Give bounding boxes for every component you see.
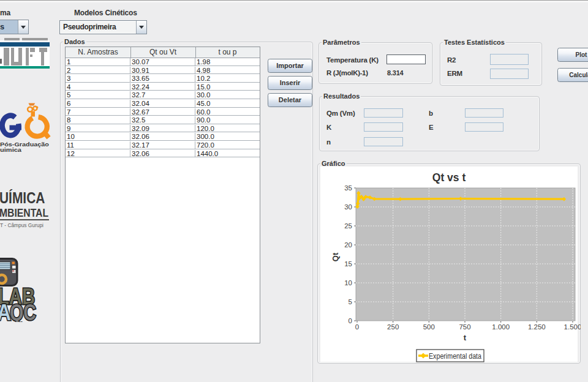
svg-text:25: 25 xyxy=(344,222,352,230)
svg-text:5: 5 xyxy=(349,298,352,305)
svg-text:20: 20 xyxy=(344,241,352,249)
svg-text:t: t xyxy=(464,333,467,342)
svg-text:1.500: 1.500 xyxy=(564,323,581,331)
svg-text:250: 250 xyxy=(387,323,399,331)
svg-text:30: 30 xyxy=(344,203,352,211)
svg-text:15: 15 xyxy=(344,260,352,268)
svg-text:10: 10 xyxy=(344,279,352,286)
svg-text:500: 500 xyxy=(423,323,435,331)
svg-text:1.250: 1.250 xyxy=(528,323,546,331)
svg-text:Qt: Qt xyxy=(331,252,340,261)
svg-text:1.000: 1.000 xyxy=(492,323,510,331)
svg-text:uimica: uimica xyxy=(0,147,21,153)
svg-text:0: 0 xyxy=(349,317,352,324)
svg-text:0: 0 xyxy=(355,323,359,331)
svg-text:QC: QC xyxy=(10,300,36,322)
svg-text:Qt vs t: Qt vs t xyxy=(432,171,466,184)
svg-text:750: 750 xyxy=(459,323,470,331)
svg-text:35: 35 xyxy=(344,184,352,192)
svg-text:Experimental data: Experimental data xyxy=(429,352,481,361)
